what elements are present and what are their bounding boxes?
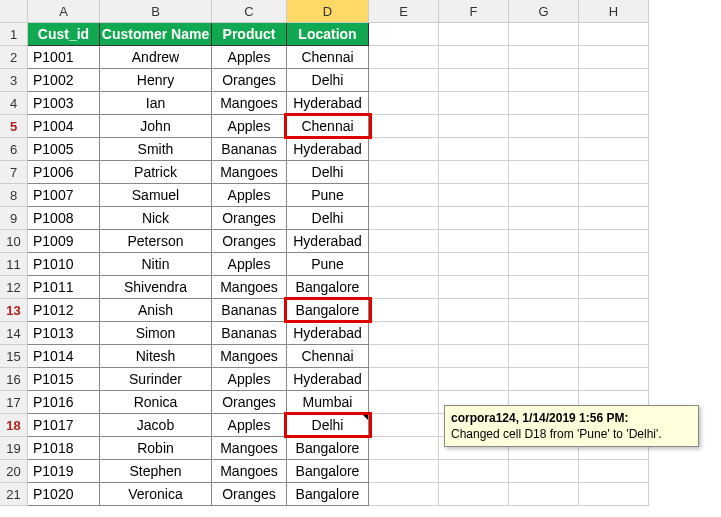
cell-product[interactable]: Oranges bbox=[212, 69, 287, 92]
empty-cell[interactable] bbox=[369, 184, 439, 207]
cell-location[interactable]: Hyderabad bbox=[287, 322, 369, 345]
empty-cell[interactable] bbox=[369, 23, 439, 46]
empty-cell[interactable] bbox=[579, 230, 649, 253]
cell-customer-name[interactable]: Ian bbox=[100, 92, 212, 115]
cell-cust-id[interactable]: P1010 bbox=[28, 253, 100, 276]
row-header[interactable]: 13 bbox=[0, 299, 28, 322]
empty-cell[interactable] bbox=[439, 69, 509, 92]
empty-cell[interactable] bbox=[509, 460, 579, 483]
cell-cust-id[interactable]: P1004 bbox=[28, 115, 100, 138]
cell-cust-id[interactable]: P1001 bbox=[28, 46, 100, 69]
row-header[interactable]: 2 bbox=[0, 46, 28, 69]
empty-cell[interactable] bbox=[439, 276, 509, 299]
empty-cell[interactable] bbox=[369, 437, 439, 460]
empty-cell[interactable] bbox=[509, 23, 579, 46]
column-header-c[interactable]: C bbox=[212, 0, 287, 23]
row-header[interactable]: 16 bbox=[0, 368, 28, 391]
select-all-corner[interactable] bbox=[0, 0, 28, 23]
row-header[interactable]: 11 bbox=[0, 253, 28, 276]
empty-cell[interactable] bbox=[579, 207, 649, 230]
row-header[interactable]: 3 bbox=[0, 69, 28, 92]
empty-cell[interactable] bbox=[509, 230, 579, 253]
empty-cell[interactable] bbox=[509, 253, 579, 276]
empty-cell[interactable] bbox=[509, 184, 579, 207]
empty-cell[interactable] bbox=[509, 161, 579, 184]
empty-cell[interactable] bbox=[369, 207, 439, 230]
empty-cell[interactable] bbox=[439, 253, 509, 276]
empty-cell[interactable] bbox=[509, 483, 579, 506]
cell-location[interactable]: Pune bbox=[287, 253, 369, 276]
cell-location[interactable]: Hyderabad bbox=[287, 230, 369, 253]
cell-product[interactable]: Mangoes bbox=[212, 437, 287, 460]
cell-customer-name[interactable]: Simon bbox=[100, 322, 212, 345]
cell-location[interactable]: Chennai bbox=[287, 345, 369, 368]
cell-cust-id[interactable]: P1017 bbox=[28, 414, 100, 437]
empty-cell[interactable] bbox=[509, 138, 579, 161]
cell-cust-id[interactable]: P1012 bbox=[28, 299, 100, 322]
empty-cell[interactable] bbox=[369, 299, 439, 322]
empty-cell[interactable] bbox=[439, 230, 509, 253]
row-header[interactable]: 21 bbox=[0, 483, 28, 506]
empty-cell[interactable] bbox=[579, 460, 649, 483]
cell-customer-name[interactable]: Surinder bbox=[100, 368, 212, 391]
empty-cell[interactable] bbox=[439, 483, 509, 506]
cell-customer-name[interactable]: Jacob bbox=[100, 414, 212, 437]
cell-location[interactable]: Delhi bbox=[287, 69, 369, 92]
cell-location[interactable]: Bangalore bbox=[287, 437, 369, 460]
empty-cell[interactable] bbox=[369, 322, 439, 345]
cell-cust-id[interactable]: P1018 bbox=[28, 437, 100, 460]
row-header[interactable]: 5 bbox=[0, 115, 28, 138]
empty-cell[interactable] bbox=[439, 345, 509, 368]
cell-location[interactable]: Bangalore bbox=[287, 460, 369, 483]
cell-customer-name[interactable]: Samuel bbox=[100, 184, 212, 207]
empty-cell[interactable] bbox=[369, 92, 439, 115]
cell-customer-name[interactable]: Ronica bbox=[100, 391, 212, 414]
empty-cell[interactable] bbox=[579, 92, 649, 115]
cell-customer-name[interactable]: Nitin bbox=[100, 253, 212, 276]
empty-cell[interactable] bbox=[579, 46, 649, 69]
table-header-product[interactable]: Product bbox=[212, 23, 287, 46]
empty-cell[interactable] bbox=[369, 69, 439, 92]
empty-cell[interactable] bbox=[439, 299, 509, 322]
empty-cell[interactable] bbox=[579, 138, 649, 161]
empty-cell[interactable] bbox=[509, 345, 579, 368]
cell-cust-id[interactable]: P1009 bbox=[28, 230, 100, 253]
empty-cell[interactable] bbox=[579, 299, 649, 322]
empty-cell[interactable] bbox=[439, 92, 509, 115]
cell-location[interactable]: Chennai bbox=[287, 46, 369, 69]
empty-cell[interactable] bbox=[579, 276, 649, 299]
cell-product[interactable]: Oranges bbox=[212, 207, 287, 230]
cell-customer-name[interactable]: Stephen bbox=[100, 460, 212, 483]
cell-product[interactable]: Bananas bbox=[212, 299, 287, 322]
empty-cell[interactable] bbox=[509, 92, 579, 115]
empty-cell[interactable] bbox=[439, 184, 509, 207]
cell-cust-id[interactable]: P1016 bbox=[28, 391, 100, 414]
cell-location[interactable]: Delhi bbox=[287, 207, 369, 230]
row-header[interactable]: 1 bbox=[0, 23, 28, 46]
empty-cell[interactable] bbox=[579, 345, 649, 368]
cell-product[interactable]: Mangoes bbox=[212, 460, 287, 483]
empty-cell[interactable] bbox=[579, 161, 649, 184]
empty-cell[interactable] bbox=[509, 276, 579, 299]
empty-cell[interactable] bbox=[439, 207, 509, 230]
row-header[interactable]: 14 bbox=[0, 322, 28, 345]
empty-cell[interactable] bbox=[509, 46, 579, 69]
empty-cell[interactable] bbox=[439, 115, 509, 138]
column-header-f[interactable]: F bbox=[439, 0, 509, 23]
empty-cell[interactable] bbox=[439, 23, 509, 46]
empty-cell[interactable] bbox=[579, 253, 649, 276]
empty-cell[interactable] bbox=[509, 115, 579, 138]
empty-cell[interactable] bbox=[579, 115, 649, 138]
cell-cust-id[interactable]: P1013 bbox=[28, 322, 100, 345]
empty-cell[interactable] bbox=[369, 115, 439, 138]
column-header-d[interactable]: D bbox=[287, 0, 369, 23]
cell-cust-id[interactable]: P1011 bbox=[28, 276, 100, 299]
empty-cell[interactable] bbox=[369, 253, 439, 276]
empty-cell[interactable] bbox=[579, 322, 649, 345]
table-header-cust-id[interactable]: Cust_id bbox=[28, 23, 100, 46]
cell-product[interactable]: Mangoes bbox=[212, 345, 287, 368]
empty-cell[interactable] bbox=[579, 483, 649, 506]
empty-cell[interactable] bbox=[369, 483, 439, 506]
cell-customer-name[interactable]: Anish bbox=[100, 299, 212, 322]
column-header-e[interactable]: E bbox=[369, 0, 439, 23]
